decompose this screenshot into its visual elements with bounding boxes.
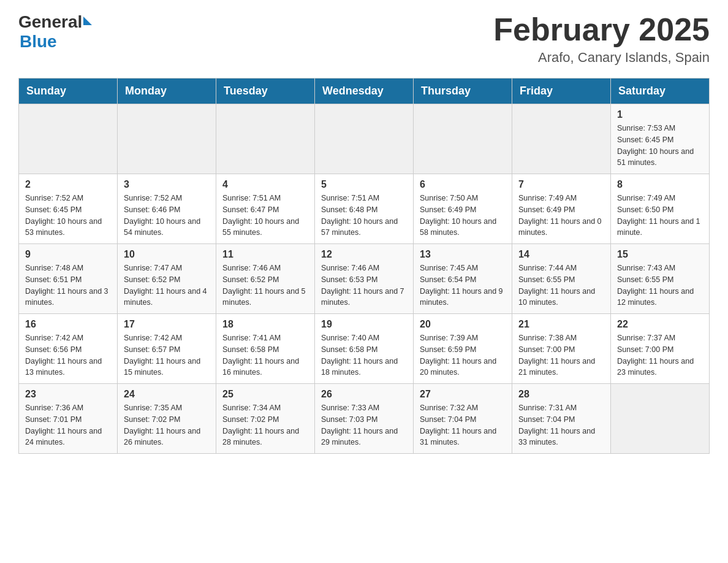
- day-number: 26: [321, 389, 407, 400]
- day-header-sunday: Sunday: [19, 79, 118, 104]
- day-number: 23: [25, 389, 111, 400]
- calendar-cell: 1Sunrise: 7:53 AMSunset: 6:45 PMDaylight…: [611, 104, 710, 174]
- calendar-cell: 11Sunrise: 7:46 AMSunset: 6:52 PMDayligh…: [216, 244, 315, 314]
- calendar-cell: 16Sunrise: 7:42 AMSunset: 6:56 PMDayligh…: [19, 314, 118, 384]
- day-info: Sunrise: 7:36 AMSunset: 7:01 PMDaylight:…: [25, 402, 111, 448]
- day-info: Sunrise: 7:44 AMSunset: 6:55 PMDaylight:…: [518, 262, 604, 308]
- day-header-wednesday: Wednesday: [315, 79, 414, 104]
- day-info: Sunrise: 7:52 AMSunset: 6:45 PMDaylight:…: [25, 193, 111, 239]
- day-header-friday: Friday: [512, 79, 611, 104]
- day-info: Sunrise: 7:49 AMSunset: 6:50 PMDaylight:…: [617, 193, 703, 239]
- day-info: Sunrise: 7:51 AMSunset: 6:48 PMDaylight:…: [321, 193, 407, 239]
- day-header-saturday: Saturday: [611, 79, 710, 104]
- day-info: Sunrise: 7:46 AMSunset: 6:53 PMDaylight:…: [321, 262, 407, 308]
- calendar-cell: 8Sunrise: 7:49 AMSunset: 6:50 PMDaylight…: [611, 174, 710, 244]
- day-number: 1: [617, 109, 703, 120]
- day-number: 28: [518, 389, 604, 400]
- calendar-cell: 3Sunrise: 7:52 AMSunset: 6:46 PMDaylight…: [118, 174, 216, 244]
- day-number: 18: [222, 319, 308, 330]
- calendar-cell: 9Sunrise: 7:48 AMSunset: 6:51 PMDaylight…: [19, 244, 118, 314]
- calendar-body: 1Sunrise: 7:53 AMSunset: 6:45 PMDaylight…: [19, 104, 710, 454]
- logo-general: General: [18, 12, 82, 32]
- day-info: Sunrise: 7:49 AMSunset: 6:49 PMDaylight:…: [518, 193, 604, 239]
- day-info: Sunrise: 7:43 AMSunset: 6:55 PMDaylight:…: [617, 262, 703, 308]
- day-info: Sunrise: 7:33 AMSunset: 7:03 PMDaylight:…: [321, 402, 407, 448]
- calendar-cell: [611, 384, 710, 454]
- calendar-week-row: 16Sunrise: 7:42 AMSunset: 6:56 PMDayligh…: [19, 314, 710, 384]
- day-header-thursday: Thursday: [414, 79, 512, 104]
- calendar-cell: 23Sunrise: 7:36 AMSunset: 7:01 PMDayligh…: [19, 384, 118, 454]
- calendar-cell: 27Sunrise: 7:32 AMSunset: 7:04 PMDayligh…: [414, 384, 512, 454]
- page-title: February 2025: [493, 12, 710, 47]
- calendar-cell: 26Sunrise: 7:33 AMSunset: 7:03 PMDayligh…: [315, 384, 414, 454]
- day-info: Sunrise: 7:42 AMSunset: 6:56 PMDaylight:…: [25, 332, 111, 378]
- days-header-row: SundayMondayTuesdayWednesdayThursdayFrid…: [19, 79, 710, 104]
- calendar-cell: 20Sunrise: 7:39 AMSunset: 6:59 PMDayligh…: [414, 314, 512, 384]
- day-info: Sunrise: 7:53 AMSunset: 6:45 PMDaylight:…: [617, 123, 703, 169]
- calendar-cell: [512, 104, 611, 174]
- day-info: Sunrise: 7:48 AMSunset: 6:51 PMDaylight:…: [25, 262, 111, 308]
- calendar-cell: 4Sunrise: 7:51 AMSunset: 6:47 PMDaylight…: [216, 174, 315, 244]
- day-number: 7: [518, 179, 604, 190]
- calendar-cell: 2Sunrise: 7:52 AMSunset: 6:45 PMDaylight…: [19, 174, 118, 244]
- calendar-cell: 14Sunrise: 7:44 AMSunset: 6:55 PMDayligh…: [512, 244, 611, 314]
- day-header-tuesday: Tuesday: [216, 79, 315, 104]
- day-number: 21: [518, 319, 604, 330]
- day-info: Sunrise: 7:34 AMSunset: 7:02 PMDaylight:…: [222, 402, 308, 448]
- calendar-cell: 17Sunrise: 7:42 AMSunset: 6:57 PMDayligh…: [118, 314, 216, 384]
- day-info: Sunrise: 7:45 AMSunset: 6:54 PMDaylight:…: [420, 262, 506, 308]
- day-info: Sunrise: 7:37 AMSunset: 7:00 PMDaylight:…: [617, 332, 703, 378]
- day-info: Sunrise: 7:32 AMSunset: 7:04 PMDaylight:…: [420, 402, 506, 448]
- day-info: Sunrise: 7:38 AMSunset: 7:00 PMDaylight:…: [518, 332, 604, 378]
- calendar-cell: [315, 104, 414, 174]
- day-number: 12: [321, 249, 407, 260]
- day-number: 15: [617, 249, 703, 260]
- calendar-cell: 24Sunrise: 7:35 AMSunset: 7:02 PMDayligh…: [118, 384, 216, 454]
- calendar-cell: 25Sunrise: 7:34 AMSunset: 7:02 PMDayligh…: [216, 384, 315, 454]
- page-header: General Blue February 2025 Arafo, Canary…: [18, 12, 710, 66]
- day-number: 14: [518, 249, 604, 260]
- calendar-cell: [118, 104, 216, 174]
- title-block: February 2025 Arafo, Canary Islands, Spa…: [493, 12, 710, 66]
- calendar-cell: 15Sunrise: 7:43 AMSunset: 6:55 PMDayligh…: [611, 244, 710, 314]
- calendar-cell: [19, 104, 118, 174]
- day-number: 17: [124, 319, 210, 330]
- day-info: Sunrise: 7:40 AMSunset: 6:58 PMDaylight:…: [321, 332, 407, 378]
- day-info: Sunrise: 7:50 AMSunset: 6:49 PMDaylight:…: [420, 193, 506, 239]
- day-number: 22: [617, 319, 703, 330]
- calendar-header: SundayMondayTuesdayWednesdayThursdayFrid…: [19, 79, 710, 104]
- calendar-week-row: 1Sunrise: 7:53 AMSunset: 6:45 PMDaylight…: [19, 104, 710, 174]
- calendar-cell: 5Sunrise: 7:51 AMSunset: 6:48 PMDaylight…: [315, 174, 414, 244]
- calendar-cell: 6Sunrise: 7:50 AMSunset: 6:49 PMDaylight…: [414, 174, 512, 244]
- day-info: Sunrise: 7:35 AMSunset: 7:02 PMDaylight:…: [124, 402, 210, 448]
- calendar-cell: 13Sunrise: 7:45 AMSunset: 6:54 PMDayligh…: [414, 244, 512, 314]
- day-number: 6: [420, 179, 506, 190]
- calendar-cell: 19Sunrise: 7:40 AMSunset: 6:58 PMDayligh…: [315, 314, 414, 384]
- calendar-cell: 12Sunrise: 7:46 AMSunset: 6:53 PMDayligh…: [315, 244, 414, 314]
- day-info: Sunrise: 7:47 AMSunset: 6:52 PMDaylight:…: [124, 262, 210, 308]
- calendar-cell: [414, 104, 512, 174]
- calendar-cell: 22Sunrise: 7:37 AMSunset: 7:00 PMDayligh…: [611, 314, 710, 384]
- day-info: Sunrise: 7:41 AMSunset: 6:58 PMDaylight:…: [222, 332, 308, 378]
- calendar-week-row: 2Sunrise: 7:52 AMSunset: 6:45 PMDaylight…: [19, 174, 710, 244]
- day-header-monday: Monday: [118, 79, 216, 104]
- calendar-cell: 28Sunrise: 7:31 AMSunset: 7:04 PMDayligh…: [512, 384, 611, 454]
- day-info: Sunrise: 7:31 AMSunset: 7:04 PMDaylight:…: [518, 402, 604, 448]
- day-info: Sunrise: 7:39 AMSunset: 6:59 PMDaylight:…: [420, 332, 506, 378]
- logo-triangle-icon: [83, 17, 92, 25]
- day-number: 5: [321, 179, 407, 190]
- day-number: 16: [25, 319, 111, 330]
- day-number: 2: [25, 179, 111, 190]
- logo: General Blue: [18, 12, 92, 52]
- calendar-week-row: 23Sunrise: 7:36 AMSunset: 7:01 PMDayligh…: [19, 384, 710, 454]
- day-info: Sunrise: 7:42 AMSunset: 6:57 PMDaylight:…: [124, 332, 210, 378]
- day-number: 10: [124, 249, 210, 260]
- day-info: Sunrise: 7:52 AMSunset: 6:46 PMDaylight:…: [124, 193, 210, 239]
- day-number: 3: [124, 179, 210, 190]
- day-number: 9: [25, 249, 111, 260]
- calendar-cell: [216, 104, 315, 174]
- day-number: 27: [420, 389, 506, 400]
- calendar-cell: 18Sunrise: 7:41 AMSunset: 6:58 PMDayligh…: [216, 314, 315, 384]
- day-number: 20: [420, 319, 506, 330]
- calendar-week-row: 9Sunrise: 7:48 AMSunset: 6:51 PMDaylight…: [19, 244, 710, 314]
